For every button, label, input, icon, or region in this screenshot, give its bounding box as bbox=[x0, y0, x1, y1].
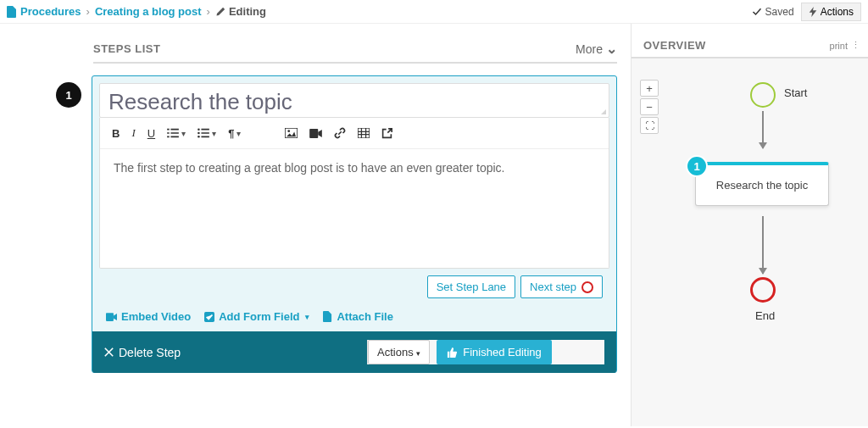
unordered-list-button[interactable]: ▾ bbox=[198, 128, 216, 138]
pencil-icon bbox=[215, 7, 225, 17]
ordered-list-button[interactable]: ▾ bbox=[167, 128, 186, 138]
svg-point-2 bbox=[198, 136, 200, 138]
svg-rect-7 bbox=[106, 313, 114, 321]
embed-video-link[interactable]: Embed Video bbox=[106, 310, 191, 323]
attach-file-icon bbox=[323, 311, 332, 322]
chevron-down-icon: ⌄ bbox=[606, 41, 617, 57]
saved-indicator: Saved bbox=[752, 6, 794, 18]
add-form-field-link[interactable]: Add Form Field▾ bbox=[204, 310, 309, 323]
external-link-button[interactable] bbox=[381, 128, 392, 139]
end-node-icon bbox=[581, 281, 593, 293]
finished-editing-button[interactable]: Finished Editing bbox=[437, 340, 552, 364]
start-node-icon[interactable] bbox=[750, 82, 776, 108]
flow-arrow-icon bbox=[762, 216, 764, 274]
step-footer-bar: Delete Step Actions ▾ Finished Editing bbox=[92, 331, 616, 373]
italic-button[interactable]: I bbox=[131, 126, 135, 140]
svg-rect-5 bbox=[310, 129, 319, 138]
editor-toolbar: B I U ▾ ▾ ¶▾ bbox=[100, 118, 609, 149]
svg-rect-6 bbox=[359, 128, 370, 138]
overview-canvas[interactable]: Start 1 Research the topic End bbox=[632, 58, 868, 406]
set-step-lane-button[interactable]: Set Step Lane bbox=[427, 275, 515, 298]
image-icon bbox=[285, 128, 298, 138]
form-field-icon bbox=[204, 312, 214, 322]
svg-point-0 bbox=[198, 128, 200, 131]
check-icon bbox=[752, 7, 762, 17]
video-icon bbox=[309, 129, 322, 138]
svg-rect-3 bbox=[285, 128, 298, 138]
step-body-editor[interactable]: The first step to creating a great blog … bbox=[100, 149, 609, 268]
flow-step-label: Research the topic bbox=[696, 165, 828, 205]
external-link-icon bbox=[381, 128, 392, 139]
end-node-icon[interactable] bbox=[750, 277, 776, 303]
end-node-label: End bbox=[755, 309, 775, 322]
dots-icon: ⋮ bbox=[851, 40, 860, 51]
start-node-label: Start bbox=[784, 86, 807, 99]
underline-button[interactable]: U bbox=[147, 127, 155, 140]
breadcrumb-current: Editing bbox=[215, 5, 266, 18]
step-number-badge: 1 bbox=[56, 82, 81, 108]
link-icon bbox=[334, 127, 346, 139]
top-bar: Procedures › Creating a blog post › Edit… bbox=[0, 0, 868, 24]
breadcrumb-parent[interactable]: Creating a blog post bbox=[95, 5, 202, 18]
svg-point-4 bbox=[288, 130, 291, 132]
video-button[interactable] bbox=[309, 129, 322, 138]
chevron-right-icon: › bbox=[207, 5, 210, 18]
chevron-right-icon: › bbox=[86, 5, 90, 18]
svg-point-1 bbox=[198, 132, 200, 135]
next-step-button[interactable]: Next step bbox=[520, 275, 603, 298]
ordered-list-icon bbox=[167, 128, 179, 138]
video-icon bbox=[106, 313, 117, 321]
lightning-icon bbox=[809, 7, 817, 17]
bold-button[interactable]: B bbox=[112, 127, 120, 140]
breadcrumb-root[interactable]: Procedures bbox=[7, 5, 81, 18]
table-icon bbox=[358, 128, 370, 138]
resize-handle-icon[interactable] bbox=[598, 107, 607, 115]
flow-step-number: 1 bbox=[686, 155, 708, 177]
actions-button[interactable]: Actions bbox=[801, 3, 861, 21]
image-button[interactable] bbox=[285, 128, 298, 138]
close-icon bbox=[104, 347, 114, 357]
document-icon bbox=[7, 6, 17, 18]
flow-arrow-icon bbox=[762, 111, 764, 148]
step-title-input[interactable] bbox=[108, 89, 600, 115]
overview-title: OVERVIEW bbox=[643, 39, 706, 52]
overview-panel: OVERVIEW print ⋮ + − ⛶ Start 1 Research … bbox=[631, 24, 868, 426]
steps-list-title: STEPS LIST bbox=[93, 42, 160, 55]
table-button[interactable] bbox=[358, 128, 370, 138]
more-dropdown[interactable]: More ⌄ bbox=[576, 41, 617, 57]
link-button[interactable] bbox=[334, 127, 346, 139]
delete-step-button[interactable]: Delete Step bbox=[104, 346, 181, 359]
attach-file-link[interactable]: Attach File bbox=[323, 310, 392, 323]
print-link[interactable]: print ⋮ bbox=[830, 40, 860, 51]
flow-step-node[interactable]: 1 Research the topic bbox=[695, 162, 829, 206]
footer-actions-button[interactable]: Actions ▾ bbox=[368, 340, 430, 364]
paragraph-button[interactable]: ¶▾ bbox=[228, 127, 241, 140]
unordered-list-icon bbox=[198, 128, 209, 138]
breadcrumb: Procedures › Creating a blog post › Edit… bbox=[7, 5, 266, 18]
step-editor-card: B I U ▾ ▾ ¶▾ bbox=[92, 75, 617, 373]
steps-list-header: STEPS LIST More ⌄ bbox=[93, 41, 617, 64]
thumbs-up-icon bbox=[447, 347, 458, 358]
